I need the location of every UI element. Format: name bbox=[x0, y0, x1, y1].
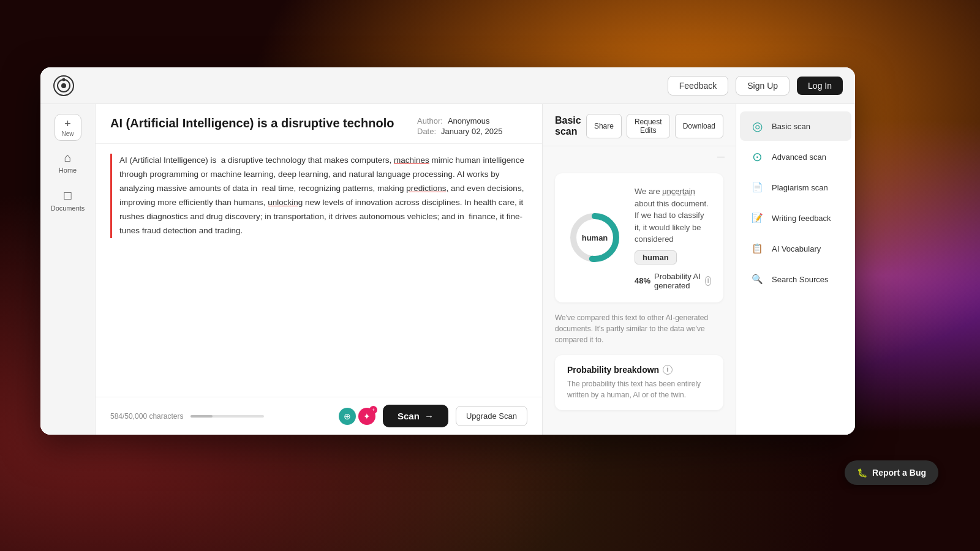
human-badge: human bbox=[635, 250, 677, 264]
highlight-predictions: predictions, bbox=[406, 184, 448, 193]
basic-scan-icon: ◎ bbox=[748, 118, 766, 135]
doc-text-block: AI (Artificial Intelligence) is a disrup… bbox=[110, 154, 527, 238]
date-label: Date: bbox=[417, 127, 436, 136]
prob-breakdown-desc: The probability this text has been entir… bbox=[567, 378, 711, 400]
donut-label: human bbox=[567, 210, 622, 265]
new-label: New bbox=[61, 130, 74, 137]
right-panel: Basic scan Share Request Edits Download … bbox=[543, 104, 855, 435]
probability-suffix: Probability AI generated bbox=[654, 272, 701, 290]
basic-scan-label: Basic scan bbox=[772, 122, 810, 131]
doc-title: AI (Artificial Intelligence) is a disrup… bbox=[110, 116, 405, 130]
scan-result-text: We are uncertain about this document. If… bbox=[635, 186, 711, 290]
highlight-unlocking: unlocking bbox=[268, 198, 303, 207]
info-icon[interactable]: i bbox=[705, 276, 711, 286]
ai-vocabulary-icon: 📋 bbox=[748, 240, 766, 257]
report-bug-label: Report a Bug bbox=[872, 468, 926, 478]
donut-chart: human bbox=[567, 210, 622, 265]
report-bug-button[interactable]: 🐛 Report a Bug bbox=[845, 460, 938, 485]
progress-bar bbox=[190, 415, 264, 418]
scan-type-sources[interactable]: 🔍 Search Sources bbox=[740, 264, 851, 294]
upgrade-scan-button[interactable]: Upgrade Scan bbox=[456, 406, 527, 426]
progress-bar-fill bbox=[190, 415, 213, 418]
scan-arrow-icon: → bbox=[424, 411, 434, 421]
request-edits-button[interactable]: Request Edits bbox=[627, 114, 670, 138]
writing-feedback-label: Writing feedback bbox=[772, 214, 831, 223]
search-sources-label: Search Sources bbox=[772, 275, 829, 284]
scan-header: Basic scan Share Request Edits Download bbox=[543, 104, 736, 146]
advanced-scan-icon: ⊙ bbox=[748, 148, 766, 165]
svg-point-3 bbox=[62, 78, 66, 81]
doc-meta: Author: Anonymous Date: January 02, 2025 bbox=[417, 116, 527, 136]
ai-vocabulary-label: AI Vocabulary bbox=[772, 244, 821, 253]
scan-type-writing[interactable]: 📝 Writing feedback bbox=[740, 203, 851, 233]
doc-content[interactable]: AI (Artificial Intelligence) is a disrup… bbox=[96, 144, 542, 397]
advanced-scan-label: Advanced scan bbox=[772, 152, 826, 162]
download-button[interactable]: Download bbox=[675, 114, 723, 138]
scan-button[interactable]: Scan → bbox=[383, 405, 448, 427]
scan-type-basic[interactable]: ◎ Basic scan bbox=[740, 111, 851, 141]
search-sources-icon: 🔍 bbox=[748, 271, 766, 288]
app-window: Feedback Sign Up Log In + New ⌂ Home □ D… bbox=[40, 67, 855, 435]
doc-footer: 584/50,000 characters ⊕ ✦ + Scan → Upgra… bbox=[96, 397, 542, 435]
plus-icon: + bbox=[64, 118, 71, 129]
scan-header-buttons: Share Request Edits Download bbox=[586, 114, 723, 138]
scan-description: We've compared this text to other AI-gen… bbox=[543, 312, 736, 355]
top-nav: Feedback Sign Up Log In bbox=[40, 67, 855, 104]
badge-notification: + bbox=[369, 406, 377, 414]
nav-buttons: Feedback Sign Up Log In bbox=[668, 76, 843, 96]
scan-title: Basic scan bbox=[555, 115, 586, 137]
signup-button[interactable]: Sign Up bbox=[736, 76, 790, 96]
feedback-button[interactable]: Feedback bbox=[668, 76, 728, 96]
svg-point-2 bbox=[61, 83, 66, 88]
scan-results: Basic scan Share Request Edits Download … bbox=[543, 104, 736, 435]
char-count: 584/50,000 characters bbox=[110, 412, 183, 421]
sidebar-item-documents[interactable]: □ Documents bbox=[47, 184, 89, 217]
date-value: January 02, 2025 bbox=[441, 127, 502, 136]
probability-breakdown: Probability breakdown i The probability … bbox=[555, 355, 723, 410]
main-content: + New ⌂ Home □ Documents AI (Artificial … bbox=[40, 104, 855, 435]
document-area: AI (Artificial Intelligence) is a disrup… bbox=[96, 104, 543, 435]
badge-teal-icon: ⊕ bbox=[339, 408, 356, 425]
prob-breakdown-title: Probability breakdown i bbox=[567, 365, 711, 375]
collapse-icon[interactable]: — bbox=[712, 150, 729, 163]
scan-label: Scan bbox=[398, 411, 420, 421]
uncertain-text: We are uncertain about this document. If… bbox=[635, 186, 711, 246]
app-logo bbox=[53, 75, 75, 97]
new-button[interactable]: + New bbox=[55, 114, 81, 141]
writing-feedback-icon: 📝 bbox=[748, 209, 766, 227]
uncertain-underline: uncertain bbox=[662, 187, 695, 196]
doc-text: AI (Artificial Intelligence) is a disrup… bbox=[119, 154, 527, 238]
badge-pink-icon: ✦ + bbox=[358, 408, 375, 425]
scan-type-vocabulary[interactable]: 📋 AI Vocabulary bbox=[740, 234, 851, 263]
scan-type-plagiarism[interactable]: 📄 Plagiarism scan bbox=[740, 173, 851, 202]
doc-header: AI (Artificial Intelligence) is a disrup… bbox=[96, 104, 542, 144]
scan-types-sidebar: ◎ Basic scan ⊙ Advanced scan 📄 Plagiaris… bbox=[736, 104, 855, 435]
icon-badges: ⊕ ✦ + bbox=[339, 408, 375, 425]
breakdown-info-icon[interactable]: i bbox=[663, 365, 673, 375]
sidebar: + New ⌂ Home □ Documents bbox=[40, 104, 96, 435]
login-button[interactable]: Log In bbox=[797, 77, 843, 95]
scan-type-advanced[interactable]: ⊙ Advanced scan bbox=[740, 142, 851, 171]
plagiarism-scan-label: Plagiarism scan bbox=[772, 183, 828, 192]
plagiarism-scan-icon: 📄 bbox=[748, 179, 766, 196]
bug-icon: 🐛 bbox=[857, 468, 867, 478]
prob-row: 48% Probability AI generated i bbox=[635, 272, 711, 290]
documents-icon: □ bbox=[64, 189, 71, 203]
home-icon: ⌂ bbox=[64, 151, 71, 165]
sidebar-item-home[interactable]: ⌂ Home bbox=[47, 146, 89, 179]
highlight-machines: machines bbox=[394, 156, 429, 165]
scan-card: human We are uncertain about this docume… bbox=[555, 173, 723, 302]
author-label: Author: bbox=[417, 116, 443, 126]
share-button[interactable]: Share bbox=[586, 114, 622, 138]
probability-percent: 48% bbox=[635, 276, 650, 285]
author-value: Anonymous bbox=[448, 116, 490, 126]
